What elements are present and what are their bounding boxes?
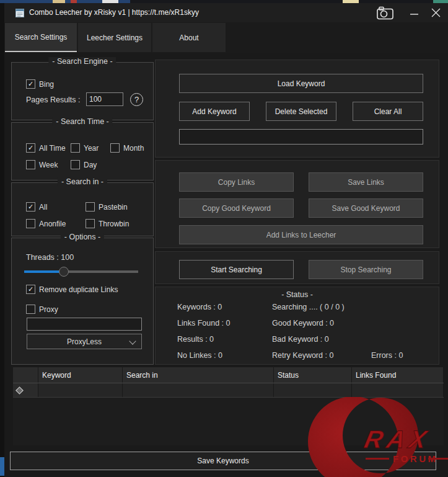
- proxy-checkbox[interactable]: ✓ Proxy: [26, 305, 58, 314]
- remove-duplicate-links-checkbox[interactable]: ✓ Remove duplicate Links: [26, 285, 118, 294]
- day-checkbox[interactable]: ✓ Day: [71, 160, 97, 169]
- tab-about[interactable]: About: [152, 23, 226, 52]
- table-new-row[interactable]: [13, 383, 444, 398]
- camera-screenshot-icon[interactable]: [376, 6, 395, 20]
- table-cell-status[interactable]: [274, 383, 352, 397]
- threads-slider[interactable]: [24, 267, 138, 277]
- status-no-linkes: No Linkes : 0: [177, 351, 222, 360]
- tab-page-content: - Search Engine - ✓ Bing Pages Results :…: [4, 53, 448, 477]
- panel-keywords: Load Keyword Add Keyword Delete Selected…: [155, 60, 439, 158]
- groupbox-search-engine: - Search Engine - ✓ Bing Pages Results :…: [11, 62, 154, 120]
- app-icon: [15, 8, 25, 18]
- status-results: Results : 0: [177, 335, 214, 344]
- checkbox-label: Remove duplicate Links: [39, 285, 118, 294]
- status-good-keyword: Good Keyword : 0: [272, 319, 334, 328]
- checkbox-label: All: [39, 203, 47, 212]
- checkbox-box: ✓: [26, 219, 35, 228]
- checkbox-label: Week: [39, 161, 58, 169]
- screen: Combo Leecher by xRisky v1 | https://t.m…: [0, 0, 448, 477]
- close-button[interactable]: [429, 6, 442, 19]
- tab-search-settings[interactable]: Search Settings: [5, 23, 77, 52]
- groupbox-title: - Search Time -: [52, 117, 112, 126]
- clear-all-button[interactable]: Clear All: [353, 102, 423, 121]
- checkbox-label: Day: [84, 161, 97, 169]
- desktop-sliver-blue: [0, 457, 4, 476]
- app-window: Combo Leecher by xRisky v1 | https://t.m…: [4, 3, 448, 477]
- groupbox-search-in: - Search in - ✓ All ✓ Pastebin ✓ Anonfil…: [11, 182, 154, 236]
- bing-checkbox[interactable]: ✓ Bing: [26, 79, 54, 89]
- status-searching: Searching .... ( 0 / 0 ): [272, 303, 345, 311]
- anonfile-checkbox[interactable]: ✓ Anonfile: [26, 219, 66, 228]
- status-keywords: Keywords : 0: [177, 303, 222, 311]
- proxy-input[interactable]: [27, 318, 142, 331]
- all-checkbox[interactable]: ✓ All: [26, 202, 47, 212]
- copy-good-keyword-button[interactable]: Copy Good Keyword: [179, 198, 294, 218]
- results-table: Keyword Search in Status Links Found: [13, 367, 444, 445]
- checkbox-label: Bing: [39, 80, 54, 89]
- tab-leecher-settings[interactable]: Leecher Settings: [78, 23, 151, 52]
- checkbox-label: Month: [123, 144, 144, 153]
- dropdown-selected-value: ProxyLess: [67, 337, 102, 346]
- pages-results-label: Pages Results :: [26, 96, 81, 104]
- slider-thumb[interactable]: [59, 267, 69, 277]
- checkbox-label: Throwbin: [99, 220, 129, 228]
- delete-selected-button[interactable]: Delete Selected: [266, 102, 336, 121]
- desktop-left-sliver: [0, 3, 4, 477]
- minimize-button[interactable]: [408, 6, 421, 20]
- copy-links-button[interactable]: Copy Links: [179, 172, 294, 192]
- table-header-search-in[interactable]: Search in: [123, 367, 274, 383]
- add-keyword-button[interactable]: Add Keyword: [179, 102, 250, 121]
- add-links-to-leecher-button[interactable]: Add Links to Leecher: [179, 225, 423, 244]
- checkbox-box: ✓: [26, 202, 35, 212]
- groupbox-search-time: - Search Time - ✓ All Time ✓ Year ✓ Mont…: [11, 122, 154, 181]
- new-row-indicator-icon: [15, 386, 24, 395]
- table-header-status[interactable]: Status: [274, 367, 352, 383]
- proxy-mode-dropdown[interactable]: ProxyLess: [27, 334, 142, 349]
- table-cell-search-in[interactable]: [123, 383, 274, 397]
- stop-searching-button[interactable]: Stop Searching: [309, 260, 423, 279]
- status-retry-keyword: Retry Keyword : 0: [272, 351, 333, 360]
- table-cell-keyword[interactable]: [38, 383, 123, 397]
- save-links-button[interactable]: Save Links: [309, 172, 423, 192]
- start-searching-button[interactable]: Start Searching: [179, 260, 294, 279]
- panel-links: Copy Links Save Links Copy Good Keyword …: [155, 160, 439, 248]
- status-links-found: Links Found : 0: [177, 319, 230, 328]
- month-checkbox[interactable]: ✓ Month: [110, 143, 144, 153]
- throwbin-checkbox[interactable]: ✓ Throwbin: [86, 219, 129, 228]
- checkbox-label: Anonfile: [39, 220, 66, 228]
- table-header-links-found[interactable]: Links Found: [352, 367, 444, 383]
- all-time-checkbox[interactable]: ✓ All Time: [26, 143, 66, 153]
- checkbox-label: Proxy: [39, 305, 58, 314]
- save-keywords-button[interactable]: Save Keywords: [10, 452, 436, 470]
- table-cell-links-found[interactable]: [352, 383, 444, 397]
- checkbox-box: ✓: [110, 143, 120, 153]
- checkbox-box: ✓: [26, 160, 35, 169]
- table-header-keyword[interactable]: Keyword: [38, 367, 123, 383]
- panel-status: - Status - Keywords : 0 Searching .... (…: [155, 287, 439, 365]
- groupbox-title: - Search Engine -: [48, 57, 116, 66]
- help-glyph: ?: [134, 95, 139, 104]
- save-good-keyword-button[interactable]: Save Good Keyword: [309, 198, 423, 218]
- pastebin-checkbox[interactable]: ✓ Pastebin: [86, 202, 128, 212]
- pages-results-input[interactable]: [86, 92, 123, 106]
- keyword-input[interactable]: [179, 129, 423, 145]
- tabstrip: Search Settings Leecher Settings About: [4, 22, 448, 53]
- load-keyword-button[interactable]: Load Keyword: [179, 74, 423, 93]
- checkbox-box: ✓: [26, 285, 35, 294]
- groupbox-title: - Search in -: [58, 177, 107, 186]
- table-row-selector-cell: [13, 383, 38, 397]
- checkbox-box: ✓: [26, 143, 35, 153]
- help-icon[interactable]: ?: [130, 93, 143, 106]
- panel-search-controls: Start Searching Stop Searching: [155, 251, 439, 284]
- year-checkbox[interactable]: ✓ Year: [71, 143, 99, 153]
- week-checkbox[interactable]: ✓ Week: [26, 160, 58, 169]
- checkbox-box: ✓: [26, 79, 35, 89]
- checkbox-box: ✓: [26, 305, 35, 314]
- groupbox-options: - Options - Threads : 100 ✓ Remove dupli…: [11, 238, 154, 365]
- chevron-down-icon: [129, 337, 136, 344]
- checkbox-box: ✓: [71, 160, 80, 169]
- checkbox-box: ✓: [71, 143, 80, 153]
- checkbox-label: All Time: [39, 144, 66, 153]
- checkbox-box: ✓: [86, 219, 95, 228]
- table-header-row: Keyword Search in Status Links Found: [13, 367, 444, 383]
